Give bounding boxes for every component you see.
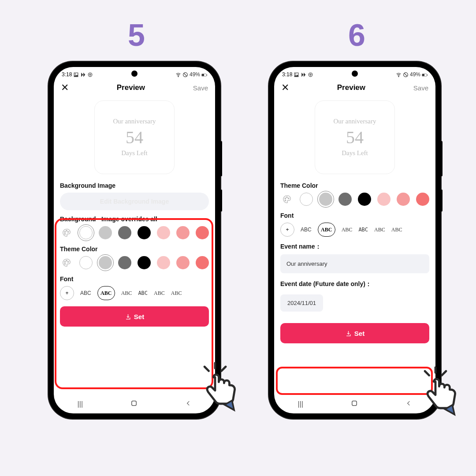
svg-rect-24: [427, 74, 428, 75]
set-button[interactable]: Set: [280, 323, 429, 343]
phone-6: 3:18 49% ✕ Preview Save: [269, 62, 441, 419]
svg-point-27: [288, 198, 289, 199]
svg-point-1: [89, 73, 93, 77]
nav-recent-icon[interactable]: |||: [298, 400, 303, 408]
theme-swatch-row: [280, 193, 429, 206]
font-option[interactable]: ABC: [121, 290, 132, 297]
color-swatch[interactable]: [196, 256, 209, 269]
no-sim-icon: [403, 72, 409, 78]
svg-rect-23: [422, 74, 424, 76]
widget-preview: Our anniversary 54 Days Left: [94, 100, 175, 174]
label-font: Font: [60, 275, 209, 283]
font-option[interactable]: ABC: [374, 227, 385, 233]
phone-camera: [352, 71, 358, 77]
step-number-5: 5: [128, 18, 145, 53]
nav-back-icon[interactable]: [405, 400, 412, 408]
color-swatch[interactable]: [300, 193, 313, 206]
widget-title: Our anniversary: [113, 118, 156, 125]
font-option[interactable]: ABC: [358, 227, 368, 233]
color-swatch[interactable]: [138, 256, 151, 269]
svg-point-3: [178, 76, 178, 77]
palette-icon[interactable]: [60, 256, 73, 269]
palette-icon[interactable]: [280, 193, 294, 206]
font-option[interactable]: ABC: [97, 286, 115, 300]
color-swatch[interactable]: [176, 256, 190, 269]
edit-bg-image-button[interactable]: Edit Background Image: [60, 193, 209, 210]
event-date-input[interactable]: 2024/11/01: [280, 294, 323, 312]
font-option[interactable]: ABC: [154, 290, 165, 297]
color-swatch[interactable]: [79, 256, 93, 269]
svg-point-26: [286, 197, 287, 197]
font-row: +ABCABCABCABCABCABC: [280, 223, 429, 237]
label-bg-image: Background Image: [60, 182, 209, 189]
label-font: Font: [280, 212, 429, 219]
phone-camera: [131, 71, 138, 77]
svg-rect-6: [202, 74, 204, 76]
color-swatch[interactable]: [416, 193, 429, 206]
color-swatch[interactable]: [377, 193, 390, 206]
add-font-button[interactable]: +: [60, 286, 74, 300]
color-swatch[interactable]: [157, 226, 170, 239]
font-option[interactable]: ABC: [391, 227, 402, 233]
image-icon: [73, 72, 79, 78]
font-option[interactable]: ABC: [138, 290, 148, 296]
svg-point-2: [89, 74, 91, 75]
save-button[interactable]: Save: [193, 84, 208, 92]
font-option[interactable]: ABC: [171, 290, 182, 297]
nav-back-icon[interactable]: [185, 400, 191, 408]
color-swatch[interactable]: [397, 193, 410, 206]
svg-point-13: [66, 260, 67, 261]
svg-point-10: [67, 231, 68, 232]
svg-point-11: [64, 234, 65, 234]
svg-point-18: [309, 73, 313, 77]
battery-icon: [201, 72, 207, 78]
status-time: 3:18: [282, 71, 292, 78]
font-option[interactable]: ABC: [342, 227, 353, 233]
download-icon: [345, 330, 352, 337]
svg-point-14: [67, 261, 68, 262]
font-option[interactable]: ABC: [301, 227, 312, 233]
close-icon[interactable]: ✕: [281, 82, 289, 93]
color-swatch[interactable]: [358, 193, 371, 206]
color-swatch[interactable]: [118, 226, 131, 239]
set-button[interactable]: Set: [60, 306, 209, 327]
svg-rect-29: [352, 401, 357, 406]
wifi-icon: [175, 72, 181, 78]
palette-icon[interactable]: [60, 226, 73, 239]
nav-recent-icon[interactable]: |||: [78, 400, 83, 408]
widget-count: 54: [126, 127, 143, 148]
theme-swatch-row: [60, 256, 209, 269]
color-swatch[interactable]: [118, 256, 131, 269]
color-swatch[interactable]: [176, 226, 190, 239]
save-button[interactable]: Save: [413, 84, 428, 92]
color-swatch[interactable]: [319, 193, 332, 206]
android-nav-bar: |||: [274, 395, 435, 413]
widget-subtitle: Days Left: [342, 149, 368, 157]
color-swatch[interactable]: [196, 226, 209, 239]
play-icon: [80, 72, 86, 78]
event-name-input[interactable]: Our anniversary: [280, 254, 429, 273]
nav-home-icon[interactable]: [130, 399, 138, 409]
color-swatch[interactable]: [79, 226, 93, 239]
color-swatch[interactable]: [99, 226, 112, 239]
add-font-button[interactable]: +: [280, 223, 294, 237]
svg-rect-16: [132, 401, 137, 406]
widget-title: Our anniversary: [333, 118, 376, 125]
widget-subtitle: Days Left: [121, 149, 148, 157]
android-nav-bar: |||: [54, 395, 215, 413]
phone-5: 3:18 49% ✕ Preview Save: [48, 62, 220, 419]
target-icon: [87, 72, 93, 78]
font-row: +ABCABCABCABCABCABC: [60, 286, 209, 300]
color-swatch[interactable]: [157, 256, 170, 269]
nav-home-icon[interactable]: [350, 399, 358, 409]
color-swatch[interactable]: [99, 256, 112, 269]
svg-point-25: [285, 198, 286, 199]
font-option[interactable]: ABC: [318, 223, 335, 237]
close-icon[interactable]: ✕: [61, 82, 69, 93]
font-option[interactable]: ABC: [80, 290, 91, 296]
color-swatch[interactable]: [338, 193, 352, 206]
label-event-name: Event name：: [280, 243, 429, 251]
svg-point-28: [285, 200, 286, 201]
color-swatch[interactable]: [138, 226, 151, 239]
widget-count: 54: [346, 127, 364, 148]
